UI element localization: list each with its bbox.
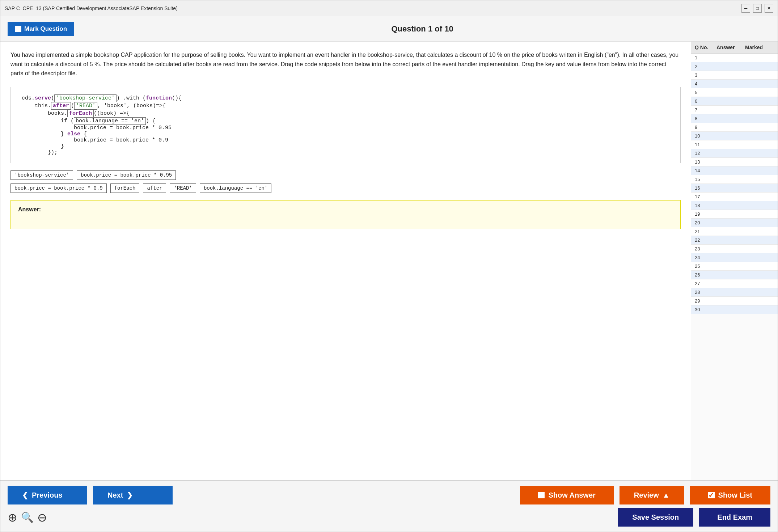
code-line-4: if (book.language == 'en') { bbox=[22, 117, 669, 125]
arrow-left-icon: ❮ bbox=[22, 491, 28, 499]
zoom-out-button[interactable]: ⊖ bbox=[37, 511, 47, 524]
zoom-in-button[interactable]: ⊕ bbox=[8, 511, 17, 524]
sidebar-row-21[interactable]: 21 bbox=[691, 227, 778, 236]
code-line-3: books.forEach((book) =>{ bbox=[22, 110, 669, 117]
sidebar-row-24[interactable]: 24 bbox=[691, 253, 778, 262]
bottom-toolbar: ❮ Previous Next ❯ Show Answer Review ▲ ✓… bbox=[0, 480, 778, 532]
previous-button[interactable]: ❮ Previous bbox=[8, 486, 87, 504]
sidebar-col-qno: Q No. bbox=[695, 45, 716, 50]
review-dropdown-icon: ▲ bbox=[663, 491, 670, 499]
snippet-after[interactable]: after bbox=[143, 183, 166, 193]
sidebar-row-2[interactable]: 2 bbox=[691, 62, 778, 71]
sidebar-row-18[interactable]: 18 bbox=[691, 201, 778, 210]
sidebar-row-5[interactable]: 5 bbox=[691, 88, 778, 97]
sidebar: Q No. Answer Marked 1 2 3 4 5 6 7 8 9 10… bbox=[691, 42, 778, 480]
sidebar-col-marked: Marked bbox=[745, 45, 774, 50]
title-bar: SAP C_CPE_13 (SAP Certified Development … bbox=[0, 0, 778, 16]
sidebar-row-3[interactable]: 3 bbox=[691, 71, 778, 80]
snippet-row-2: book.price = book.price * 0.9 forEach af… bbox=[10, 183, 681, 193]
sidebar-row-26[interactable]: 26 bbox=[691, 271, 778, 279]
snippet-foreach[interactable]: forEach bbox=[110, 183, 140, 193]
show-answer-button[interactable]: Show Answer bbox=[520, 486, 613, 504]
question-text: You have implemented a simple bookshop C… bbox=[10, 50, 681, 78]
show-answer-checkbox-icon bbox=[538, 492, 545, 498]
question-panel: You have implemented a simple bookshop C… bbox=[0, 42, 691, 480]
main-area: You have implemented a simple bookshop C… bbox=[0, 42, 778, 480]
window-title: SAP C_CPE_13 (SAP Certified Development … bbox=[5, 5, 178, 11]
sidebar-row-25[interactable]: 25 bbox=[691, 262, 778, 271]
arrow-right-icon: ❯ bbox=[127, 491, 133, 499]
code-line-6: } else { bbox=[22, 131, 669, 137]
code-line-5: book.price = book.price * 0.95 bbox=[22, 125, 669, 131]
maximize-button[interactable]: □ bbox=[753, 4, 762, 13]
code-line-9: }); bbox=[22, 149, 669, 156]
mark-question-button[interactable]: Mark Question bbox=[8, 22, 74, 36]
sidebar-row-10[interactable]: 10 bbox=[691, 132, 778, 140]
sidebar-row-28[interactable]: 28 bbox=[691, 288, 778, 297]
sidebar-row-23[interactable]: 23 bbox=[691, 245, 778, 253]
sidebar-scroll[interactable]: 1 2 3 4 5 6 7 8 9 10 11 12 13 14 15 16 1… bbox=[691, 54, 778, 480]
next-button[interactable]: Next ❯ bbox=[93, 486, 173, 504]
code-block: cds.serve('bookshop-service') .with (fun… bbox=[10, 87, 681, 163]
answer-area: Answer: bbox=[10, 200, 681, 229]
answer-label: Answer: bbox=[18, 206, 41, 212]
sidebar-row-11[interactable]: 11 bbox=[691, 140, 778, 149]
review-button[interactable]: Review ▲ bbox=[620, 486, 684, 504]
sidebar-row-27[interactable]: 27 bbox=[691, 279, 778, 288]
code-line-1: cds.serve('bookshop-service') .with (fun… bbox=[22, 94, 669, 102]
sidebar-row-29[interactable]: 29 bbox=[691, 297, 778, 305]
bottom-row-2: ⊕ 🔍 ⊖ Save Session End Exam bbox=[8, 508, 770, 527]
question-title: Question 1 of 10 bbox=[74, 24, 770, 34]
snippet-language-en[interactable]: book.language == 'en' bbox=[200, 183, 271, 193]
code-line-2: this.after('READ', 'books', (books)=>{ bbox=[22, 102, 669, 110]
snippet-read[interactable]: 'READ' bbox=[170, 183, 196, 193]
mark-checkbox-icon bbox=[15, 26, 21, 32]
sidebar-row-16[interactable]: 16 bbox=[691, 184, 778, 193]
sidebar-row-20[interactable]: 20 bbox=[691, 219, 778, 227]
show-list-button[interactable]: ✓ Show List bbox=[690, 486, 770, 504]
sidebar-row-15[interactable]: 15 bbox=[691, 175, 778, 184]
zoom-reset-button[interactable]: 🔍 bbox=[21, 511, 34, 523]
sidebar-row-4[interactable]: 4 bbox=[691, 80, 778, 88]
sidebar-row-8[interactable]: 8 bbox=[691, 114, 778, 123]
sidebar-row-19[interactable]: 19 bbox=[691, 210, 778, 219]
sidebar-row-17[interactable]: 17 bbox=[691, 193, 778, 201]
sidebar-row-12[interactable]: 12 bbox=[691, 149, 778, 158]
sidebar-row-6[interactable]: 6 bbox=[691, 97, 778, 106]
zoom-controls: ⊕ 🔍 ⊖ bbox=[8, 511, 47, 524]
show-list-checkbox-icon: ✓ bbox=[708, 492, 715, 498]
minimize-button[interactable]: ─ bbox=[741, 4, 750, 13]
app-window: SAP C_CPE_13 (SAP Certified Development … bbox=[0, 0, 778, 532]
snippet-price-095[interactable]: book.price = book.price * 0.95 bbox=[77, 170, 176, 180]
sidebar-row-22[interactable]: 22 bbox=[691, 236, 778, 245]
sidebar-row-14[interactable]: 14 bbox=[691, 166, 778, 175]
sidebar-row-9[interactable]: 9 bbox=[691, 123, 778, 132]
sidebar-header: Q No. Answer Marked bbox=[691, 42, 778, 54]
sidebar-col-answer: Answer bbox=[716, 45, 745, 50]
snippet-bookshop-service[interactable]: 'bookshop-service' bbox=[10, 170, 73, 180]
snippet-row-1: 'bookshop-service' book.price = book.pri… bbox=[10, 170, 681, 180]
close-button[interactable]: ✕ bbox=[765, 4, 773, 13]
code-line-8: } bbox=[22, 143, 669, 149]
sidebar-row-30[interactable]: 30 bbox=[691, 305, 778, 314]
sidebar-row-13[interactable]: 13 bbox=[691, 158, 778, 166]
save-session-button[interactable]: Save Session bbox=[618, 508, 693, 527]
sidebar-row-7[interactable]: 7 bbox=[691, 106, 778, 114]
end-exam-button[interactable]: End Exam bbox=[699, 508, 770, 527]
bottom-row-1: ❮ Previous Next ❯ Show Answer Review ▲ ✓… bbox=[8, 486, 770, 504]
code-line-7: book.price = book.price * 0.9 bbox=[22, 137, 669, 143]
window-controls: ─ □ ✕ bbox=[741, 4, 773, 13]
sidebar-row-1[interactable]: 1 bbox=[691, 54, 778, 62]
snippet-price-09[interactable]: book.price = book.price * 0.9 bbox=[10, 183, 107, 193]
header-row: Mark Question Question 1 of 10 bbox=[0, 16, 778, 42]
mark-question-label: Mark Question bbox=[24, 25, 67, 33]
